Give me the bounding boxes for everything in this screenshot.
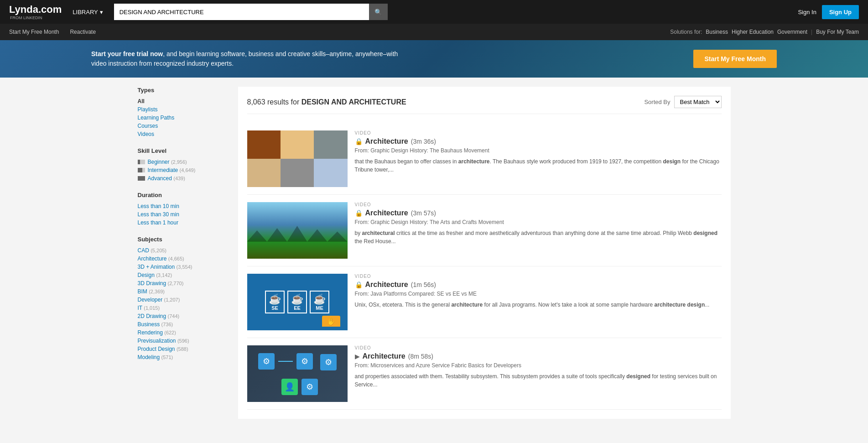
subject-2d-drawing[interactable]: 2D Drawing (744) — [138, 312, 229, 320]
buy-for-team-link[interactable]: Buy For My Team — [816, 29, 859, 35]
duration-10min[interactable]: Less than 10 min — [138, 202, 229, 210]
gear-icon-1: ⚙ — [258, 353, 275, 370]
sort-area: Sorted By Best Match Newest Oldest — [644, 96, 721, 108]
result-title-2[interactable]: 🔒 Architecture (3m 57s) — [355, 209, 722, 217]
results-count: 8,063 results for DESIGN AND ARCHITECTUR… — [247, 98, 406, 106]
content-area: 8,063 results for DESIGN AND ARCHITECTUR… — [238, 87, 731, 419]
result-type-4: VIDEO — [355, 345, 722, 350]
sub-nav: Start My Free Month Reactivate Solutions… — [0, 24, 868, 40]
type-learning-paths[interactable]: Learning Paths — [138, 114, 229, 122]
result-item: ⚙ ⚙ ⚙ 👤 ⚙ VIDEO ▶ Architecture (8m 58s) … — [247, 338, 722, 410]
types-section: Types All Playlists Learning Paths Cours… — [138, 87, 229, 138]
hand-icon: ✋ — [322, 316, 340, 327]
search-button[interactable]: 🔍 — [369, 4, 388, 20]
result-desc-2: by architectural critics at the time as … — [355, 229, 722, 245]
skill-advanced[interactable]: Advanced (439) — [138, 174, 229, 182]
types-title: Types — [138, 87, 229, 94]
sign-up-button[interactable]: Sign Up — [822, 5, 859, 19]
top-nav: Lynda.com FROM LINKEDIN LIBRARY ▾ 🔍 Sign… — [0, 0, 868, 24]
sign-in-link[interactable]: Sign In — [798, 9, 816, 16]
subject-3d-animation[interactable]: 3D + Animation (3,554) — [138, 263, 229, 271]
result-thumbnail-1[interactable] — [247, 130, 348, 187]
main-layout: Types All Playlists Learning Paths Cours… — [129, 78, 740, 428]
business-link[interactable]: Business — [706, 29, 728, 35]
subject-modeling[interactable]: Modeling (571) — [138, 353, 229, 361]
subject-bim[interactable]: BIM (2,369) — [138, 287, 229, 296]
search-bar: 🔍 — [114, 4, 388, 20]
banner-cta-button[interactable]: Start My Free Month — [693, 50, 777, 68]
result-type-3: VIDEO — [355, 274, 722, 279]
result-from-2: From: Graphic Design History: The Arts a… — [355, 219, 722, 225]
skill-level-title: Skill Level — [138, 147, 229, 154]
lock-icon: 🔒 — [355, 138, 363, 145]
reactivate-link[interactable]: Reactivate — [70, 29, 96, 35]
type-courses[interactable]: Courses — [138, 122, 229, 130]
result-thumbnail-4[interactable]: ⚙ ⚙ ⚙ 👤 ⚙ — [247, 345, 348, 402]
subject-cad[interactable]: CAD (5,205) — [138, 246, 229, 255]
results-number: 8,063 — [247, 98, 265, 106]
search-input[interactable] — [114, 4, 369, 20]
subject-3d-drawing[interactable]: 3D Drawing (2,770) — [138, 279, 229, 287]
results-query: DESIGN AND ARCHITECTURE — [301, 98, 406, 106]
sort-select[interactable]: Best Match Newest Oldest — [674, 96, 722, 108]
higher-education-link[interactable]: Higher Education — [732, 29, 774, 35]
lock-icon: 🔒 — [355, 209, 363, 217]
type-playlists[interactable]: Playlists — [138, 105, 229, 114]
result-thumbnail-3[interactable]: ☕ SE ☕ EE ☕ ME ✋ — [247, 274, 348, 330]
me-box: ☕ ME — [310, 291, 329, 313]
skill-beginner[interactable]: Beginner (2,956) — [138, 158, 229, 166]
duration-section: Duration Less than 10 min Less than 30 m… — [138, 192, 229, 227]
subject-developer[interactable]: Developer (1,207) — [138, 296, 229, 304]
result-desc-4: and properties associated with them. Tes… — [355, 372, 722, 389]
subject-previsualization[interactable]: Previsualization (596) — [138, 337, 229, 345]
se-box: ☕ SE — [265, 291, 285, 313]
chevron-down-icon: ▾ — [100, 9, 103, 16]
government-link[interactable]: Government — [777, 29, 807, 35]
banner-text: Start your free trial now, and begin lea… — [91, 49, 411, 68]
sorted-by-label: Sorted By — [644, 99, 670, 105]
subjects-title: Subjects — [138, 236, 229, 243]
intermediate-bar — [138, 168, 145, 172]
duration-30min[interactable]: Less than 30 min — [138, 210, 229, 219]
results-header: 8,063 results for DESIGN AND ARCHITECTUR… — [247, 96, 722, 114]
result-thumbnail-2[interactable] — [247, 202, 348, 259]
logo-sub: FROM LINKEDIN — [10, 16, 62, 21]
logo: Lynda.com FROM LINKEDIN — [9, 4, 62, 21]
subjects-section: Subjects CAD (5,205) Architecture (4,665… — [138, 236, 229, 361]
result-from-1: From: Graphic Design History: The Bauhau… — [355, 147, 722, 154]
result-info-1: VIDEO 🔒 Architecture (3m 36s) From: Grap… — [355, 130, 722, 187]
start-free-month-link[interactable]: Start My Free Month — [9, 29, 59, 35]
subject-rendering[interactable]: Rendering (622) — [138, 328, 229, 337]
subject-business[interactable]: Business (736) — [138, 320, 229, 328]
result-type-1: VIDEO — [355, 130, 722, 136]
gear-icon-4: ⚙ — [301, 379, 318, 395]
promo-banner: Start your free trial now, and begin lea… — [0, 40, 868, 78]
library-button[interactable]: LIBRARY ▾ — [69, 9, 106, 16]
gear-icon-3: ⚙ — [320, 354, 337, 370]
skill-level-section: Skill Level Beginner (2,956) Intermediat… — [138, 147, 229, 182]
type-all[interactable]: All — [138, 97, 229, 105]
result-info-2: VIDEO 🔒 Architecture (3m 57s) From: Grap… — [355, 202, 722, 259]
result-title-4[interactable]: ▶ Architecture (8m 58s) — [355, 352, 722, 360]
result-desc-1: that the Bauhaus began to offer classes … — [355, 157, 722, 174]
ee-box: ☕ EE — [287, 291, 307, 313]
result-from-4: From: Microservices and Azure Service Fa… — [355, 362, 722, 369]
advanced-bar — [138, 176, 145, 181]
result-title-3[interactable]: 🔒 Architecture (1m 56s) — [355, 281, 722, 289]
result-item: VIDEO 🔒 Architecture (3m 57s) From: Grap… — [247, 195, 722, 266]
subject-it[interactable]: IT (1,015) — [138, 304, 229, 312]
duration-1hour[interactable]: Less than 1 hour — [138, 219, 229, 227]
skill-intermediate[interactable]: Intermediate (4,649) — [138, 166, 229, 174]
library-label: LIBRARY — [73, 9, 98, 16]
subject-architecture[interactable]: Architecture (4,665) — [138, 255, 229, 263]
result-title-1[interactable]: 🔒 Architecture (3m 36s) — [355, 137, 722, 146]
subject-product-design[interactable]: Product Design (588) — [138, 345, 229, 353]
result-info-3: VIDEO 🔒 Architecture (1m 56s) From: Java… — [355, 274, 722, 330]
type-videos[interactable]: Videos — [138, 130, 229, 138]
duration-title: Duration — [138, 192, 229, 198]
logo-text: Lynda.com — [9, 4, 62, 15]
sub-nav-right: Solutions for: Business Higher Education… — [670, 29, 859, 35]
gear-icon-2: ⚙ — [296, 353, 313, 370]
subject-design[interactable]: Design (3,142) — [138, 271, 229, 279]
result-type-2: VIDEO — [355, 202, 722, 207]
